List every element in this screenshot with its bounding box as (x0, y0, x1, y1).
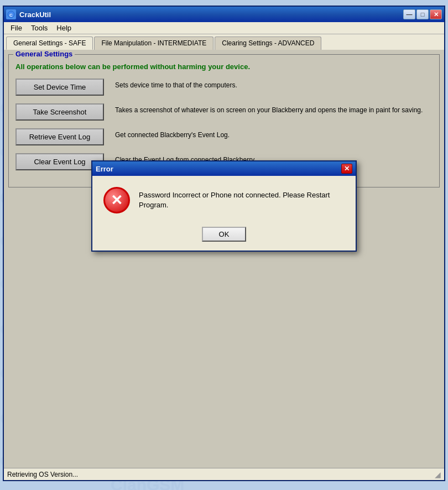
menu-bar: File Tools Help (4, 22, 444, 34)
tab-general-settings[interactable]: General Settings - SAFE (6, 37, 93, 50)
error-dialog: Error ✕ ✕ Password Incorrect or Phone no… (91, 160, 357, 252)
main-window: C CrackUtil — □ ✕ File Tools Help Genera… (3, 6, 445, 481)
error-title: Error (96, 165, 341, 173)
error-body: ✕ Password Incorrect or Phone not connec… (92, 176, 356, 222)
menu-file[interactable]: File (6, 23, 27, 33)
menu-tools[interactable]: Tools (27, 23, 52, 33)
error-message: Password Incorrect or Phone not connecte… (139, 190, 345, 210)
title-bar: C CrackUtil — □ ✕ (4, 7, 444, 22)
tab-clearing-settings[interactable]: Clearing Settings - ADVANCED (215, 37, 321, 50)
status-bar: Retrieving OS Version... ◢ (4, 468, 444, 480)
tab-file-manipulation[interactable]: File Manipulation - INTERMEDIATE (94, 37, 213, 50)
error-icon: ✕ (103, 187, 130, 213)
window-controls: — □ ✕ (403, 9, 442, 19)
menu-help[interactable]: Help (52, 23, 76, 33)
app-icon: C (6, 9, 16, 19)
error-icon-symbol: ✕ (111, 192, 123, 209)
resize-grip: ◢ (435, 470, 441, 479)
status-text: Retrieving OS Version... (7, 471, 78, 478)
close-button[interactable]: ✕ (430, 9, 442, 19)
svg-text:C: C (9, 13, 13, 18)
content-area: General Settings All operations below ca… (4, 50, 444, 468)
minimize-button[interactable]: — (403, 9, 415, 19)
app-title: CrackUtil (19, 11, 403, 19)
dialog-overlay: Error ✕ ✕ Password Incorrect or Phone no… (4, 50, 444, 468)
error-title-bar: Error ✕ (92, 161, 356, 176)
error-close-button[interactable]: ✕ (341, 164, 352, 174)
error-footer: OK (92, 222, 356, 251)
maximize-button[interactable]: □ (416, 9, 429, 19)
ok-button[interactable]: OK (202, 227, 246, 242)
tabs-bar: General Settings - SAFE File Manipulatio… (4, 34, 444, 50)
